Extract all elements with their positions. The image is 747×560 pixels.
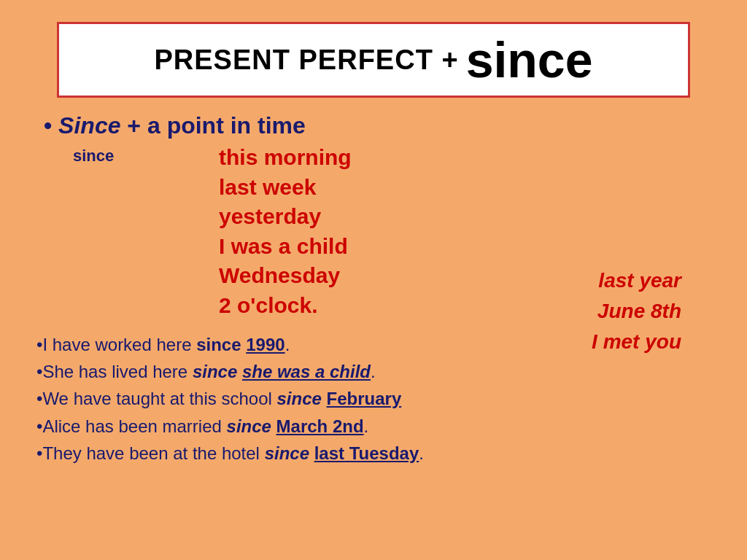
s1-since: since <box>196 335 241 354</box>
time-example-1: this morning <box>219 143 352 173</box>
s4-highlight: March 2nd <box>276 416 364 436</box>
bullet-text-rest: + a point in time <box>120 112 305 139</box>
sentence-4: •Alice has been married since March 2nd. <box>36 413 718 440</box>
sentence-2: •She has lived here since she was a chil… <box>36 358 718 385</box>
time-example-2: last week <box>219 173 352 203</box>
s1-after: . <box>285 335 290 354</box>
slide: PRESENT PERFECT + since • Since + a poin… <box>0 0 747 560</box>
s1-highlight: 1990 <box>246 335 285 354</box>
right-column: last year June 8th I met you <box>592 265 681 357</box>
s1-before: •I have worked here <box>36 335 196 354</box>
s5-highlight: last Tuesday <box>314 443 419 463</box>
time-example-4: I was a child <box>219 232 352 262</box>
right-example-2: June 8th <box>592 296 681 327</box>
main-bullet: • Since + a point in time <box>44 112 718 139</box>
since-label: since <box>73 143 219 320</box>
right-example-1: last year <box>592 265 681 296</box>
s3-before: •We have taught at this school <box>36 389 276 408</box>
title-part2: since <box>466 31 593 88</box>
s4-space <box>271 416 276 436</box>
s5-after: . <box>419 443 424 463</box>
time-example-3: yesterday <box>219 202 352 232</box>
since-italic-label: Since <box>58 112 120 139</box>
s5-since: since <box>265 443 309 463</box>
sentence-3: •We have taught at this school since Feb… <box>36 385 718 412</box>
title-part1: PRESENT PERFECT + <box>154 44 458 76</box>
s3-space <box>322 389 327 408</box>
time-example-6: 2 o'clock. <box>219 291 352 321</box>
s2-after: . <box>371 362 376 381</box>
s3-since: since <box>276 389 321 408</box>
s2-since: since <box>193 362 237 381</box>
title-box: PRESENT PERFECT + since <box>57 22 690 98</box>
time-example-5: Wednesday <box>219 261 352 291</box>
sentences-wrapper: •I have worked here since 1990. •She has… <box>29 331 718 467</box>
s5-before: •They have been at the hotel <box>36 443 265 463</box>
s2-space <box>237 362 242 381</box>
sentence-5: •They have been at the hotel since last … <box>36 440 718 467</box>
right-example-3: I met you <box>592 327 681 357</box>
time-examples: this morning last week yesterday I was a… <box>219 143 352 320</box>
s4-before: •Alice has been married <box>36 416 227 436</box>
s2-highlight: she was a child <box>242 362 371 381</box>
s2-before: •She has lived here <box>36 362 193 381</box>
s3-highlight: February <box>327 389 402 408</box>
s4-after: . <box>364 416 369 436</box>
s4-since: since <box>227 416 271 436</box>
s5-space <box>309 443 314 463</box>
